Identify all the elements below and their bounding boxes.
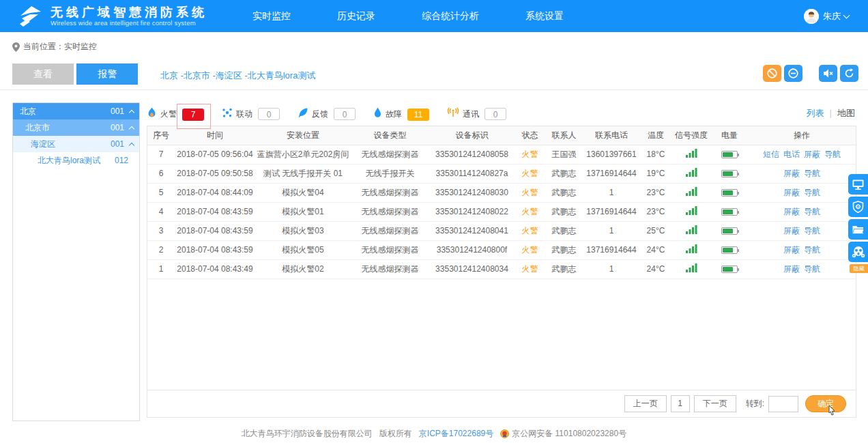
view-list-link[interactable]: 列表 (807, 108, 824, 118)
location-pin-icon (12, 42, 20, 52)
temperature: 18°C (640, 145, 671, 164)
filter-chip-4[interactable]: 故障11 (373, 107, 429, 121)
signal-strength-icon (686, 263, 697, 272)
signal-cell (671, 202, 711, 221)
op-link-2[interactable]: 导航 (804, 264, 820, 274)
op-link-3[interactable]: 屏蔽 (804, 149, 820, 159)
nav-item-3[interactable]: 综合统计分析 (399, 0, 502, 32)
table-row: 62018-07-05 09:50:58测试 无线手报开关 01无线手报开关33… (147, 164, 856, 183)
top-bar: 无线广域智慧消防系统 Wireless wide area intelligen… (0, 0, 868, 32)
contact-name: 王国强 (545, 145, 583, 164)
op-link-2[interactable]: 导航 (804, 188, 820, 197)
signal-strength-icon (686, 168, 697, 177)
next-page-button[interactable]: 下一页 (694, 395, 736, 412)
breadcrumb-prefix: 当前位置： (23, 41, 64, 53)
chevron-up-icon (129, 126, 134, 131)
op-link-1[interactable]: 屏蔽 (783, 207, 800, 216)
alarm-time: 2018-07-04 08:43:59 (175, 240, 255, 259)
op-link-2[interactable]: 导航 (804, 169, 820, 178)
tree-node-count: 001 (111, 123, 124, 132)
comm-icon (447, 107, 463, 121)
status-text: 火警 (515, 183, 545, 202)
badge-box: 11 (407, 108, 429, 121)
tab-alarm[interactable]: 报警 (76, 63, 138, 85)
view-map-link[interactable]: 地图 (837, 108, 855, 118)
gas-mask-button[interactable] (848, 242, 868, 262)
signal-cell (671, 164, 711, 183)
monitor-button[interactable] (848, 174, 868, 195)
table-body: 72018-07-05 09:56:04蓝旗营小区2单元202房间无线感烟探测器… (147, 145, 856, 278)
dock-hide-tag[interactable]: 隐藏 (850, 264, 868, 273)
op-link-2[interactable]: 电话 (783, 149, 800, 159)
main-nav: 实时监控历史记录综合统计分析系统设置 (229, 0, 587, 32)
mute-button[interactable] (819, 65, 837, 82)
tree-node[interactable]: 海淀区001 (13, 136, 139, 152)
device-type: 无线感烟探测器 (351, 145, 429, 164)
signal-cell (671, 259, 711, 278)
goto-page-input[interactable] (768, 396, 798, 412)
footer-icp-link[interactable]: 京ICP备17022689号 (419, 428, 493, 440)
police-badge-icon (500, 429, 509, 438)
tree-node-label: 北京市 (25, 122, 50, 134)
op-link-1[interactable]: 屏蔽 (783, 169, 800, 178)
nav-item-1[interactable]: 实时监控 (229, 0, 314, 32)
column-header: 操作 (748, 126, 856, 145)
op-link-1[interactable]: 屏蔽 (783, 264, 800, 274)
footer-company: 北大青鸟环宇消防设备股份有限公司 (242, 428, 373, 440)
contact-phone: 13716914644 (583, 240, 640, 259)
folder-button[interactable] (848, 219, 868, 240)
chevron-down-icon (843, 12, 850, 18)
tree-node[interactable]: 北京市001 (13, 119, 139, 136)
op-link-1[interactable]: 屏蔽 (783, 245, 800, 255)
device-type: 无线感烟探测器 (351, 202, 429, 221)
shield-gear-button[interactable] (848, 197, 868, 217)
filter-chip-1[interactable]: 火警7 (147, 107, 204, 121)
badge-box: 7 (182, 108, 204, 121)
device-type: 无线感烟探测器 (351, 183, 429, 202)
alarm-time: 2018-07-04 08:43:49 (175, 259, 255, 278)
user-menu[interactable]: 朱庆 (804, 0, 849, 32)
avatar (804, 9, 819, 24)
op-link-4[interactable]: 导航 (824, 149, 841, 159)
contact-phone: 13716914644 (583, 164, 640, 183)
filter-chip-5[interactable]: 通讯0 (447, 107, 506, 121)
battery-icon (721, 189, 738, 197)
signal-cell (671, 240, 711, 259)
filter-chip-2[interactable]: 联动0 (222, 107, 280, 121)
contact-name: 武鹏志 (545, 164, 583, 183)
contact-name: 武鹏志 (545, 221, 583, 240)
table-header-row: 序号时间安装位置设备类型设备标识状态联系人联系电话温度信号强度电量操作 (147, 126, 856, 145)
minus-circle-button[interactable] (784, 65, 802, 82)
battery-cell (711, 240, 748, 259)
op-link-2[interactable]: 导航 (804, 207, 820, 216)
battery-cell (711, 183, 748, 202)
column-header: 联系人 (545, 126, 583, 145)
tree-node[interactable]: 北京001 (13, 103, 139, 119)
tab-view[interactable]: 查看 (12, 63, 74, 85)
alarm-time: 2018-07-04 08:43:59 (175, 221, 255, 240)
tree-node[interactable]: 北大青鸟lora测试012 (13, 152, 139, 169)
refresh-button[interactable] (840, 65, 858, 82)
goto-label: 转到: (746, 398, 764, 410)
op-link-1[interactable]: 屏蔽 (783, 188, 800, 197)
op-link-2[interactable]: 导航 (804, 226, 820, 235)
op-link-2[interactable]: 导航 (804, 245, 820, 255)
filter-chip-3[interactable]: 反馈0 (298, 107, 356, 121)
status-text: 火警 (515, 202, 545, 221)
pagination: 上一页 1 下一页 转到: 确定 (147, 390, 856, 417)
column-header: 序号 (147, 126, 175, 145)
device-type: 无线感烟探测器 (351, 259, 429, 278)
prev-page-button[interactable]: 上一页 (624, 395, 667, 412)
page-number[interactable]: 1 (671, 395, 690, 412)
nav-item-2[interactable]: 历史记录 (314, 0, 399, 32)
battery-icon (721, 151, 738, 158)
nav-item-4[interactable]: 系统设置 (502, 0, 587, 32)
signal-cell (671, 183, 711, 202)
table-row: 22018-07-04 08:43:59模拟火警05无线感烟探测器3353012… (147, 240, 856, 259)
contact-name: 武鹏志 (545, 183, 583, 202)
block-button[interactable] (763, 65, 781, 82)
op-link-1[interactable]: 屏蔽 (783, 226, 800, 235)
op-link-1[interactable]: 短信 (763, 149, 779, 159)
temperature: 19°C (640, 164, 671, 183)
mute-icon (822, 68, 834, 79)
